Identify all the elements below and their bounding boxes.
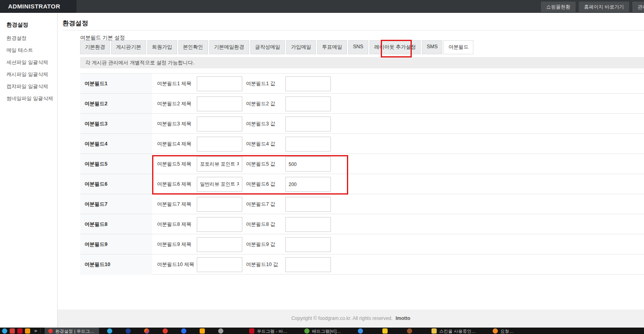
taskbar-item[interactable]: 푸드그램 - 바… [249, 328, 287, 334]
spare-field-value-label: 여분필드8 값 [246, 214, 275, 234]
spare-field-value-input[interactable] [285, 217, 331, 232]
taskbar-item[interactable] [407, 328, 415, 334]
yellow-square-icon [382, 328, 388, 334]
spare-field-value-input[interactable] [285, 96, 331, 111]
admin-brand: ADMINISTRATOR [0, 0, 76, 13]
tab-layout-extra-settings[interactable]: 레이아웃 추가설정 [369, 40, 421, 54]
taskbar-item[interactable]: 배드그램[비]… [304, 328, 341, 334]
settings-tabs: 기본환경 게시판기본 회원가입 본인확인 기본메일환경 글작성메일 가입메일 투… [80, 40, 475, 54]
tab-board-basic[interactable]: 게시판기본 [111, 40, 146, 54]
spare-field-value-label: 여분필드9 값 [246, 234, 275, 254]
tab-post-write-mail[interactable]: 글작성메일 [250, 40, 285, 54]
spare-field-title-input[interactable] [197, 117, 242, 131]
flash-red-icon[interactable] [17, 328, 23, 334]
topbar: ADMINISTRATOR 쇼핑몰현황 홈페이지 바로가기 관리자 [0, 0, 644, 13]
red-dot-icon [48, 329, 53, 333]
spare-field-name: 여분필드7 [80, 194, 152, 214]
spare-field-row: 여분필드6 여분필드6 제목 여분필드6 값 [80, 174, 644, 194]
tab-basic-mail-env[interactable]: 기본메일환경 [209, 40, 249, 54]
tab-spare-field[interactable]: 여분필드 [444, 40, 473, 54]
spare-field-title-input[interactable] [197, 96, 242, 111]
tab-sns[interactable]: SNS [348, 40, 368, 54]
shopping-mall-status-button[interactable]: 쇼핑몰현황 [541, 2, 576, 12]
spare-field-table: 여분필드1 여분필드1 제목 여분필드1 값 여분필드2 여분필드2 제목 여분… [80, 73, 644, 275]
tab-join-mail[interactable]: 가입메일 [286, 40, 316, 54]
tab-sms[interactable]: SMS [422, 40, 442, 54]
taskbar-labeled-items: 푸드그램 - 바… 배드그램[비]… [249, 328, 514, 334]
chevron-overflow-icon[interactable]: » [34, 328, 37, 334]
orange-app-icon[interactable] [25, 328, 30, 334]
spare-field-title-label: 여분필드2 제목 [157, 94, 191, 114]
ie-icon[interactable] [2, 328, 7, 334]
spare-field-row: 여분필드2 여분필드2 제목 여분필드2 값 [80, 93, 644, 113]
tab-basic-env[interactable]: 기본환경 [80, 40, 110, 54]
spare-field-title-input[interactable] [197, 217, 242, 232]
spare-field-title-label: 여분필드7 제목 [157, 194, 191, 214]
spare-field-title-input[interactable] [197, 197, 242, 212]
page-title: 환경설정 [62, 13, 644, 28]
admin-button[interactable]: 관리자 [632, 2, 644, 12]
blue-circle-icon[interactable] [181, 328, 186, 334]
spare-field-title-input[interactable] [197, 237, 242, 252]
spare-field-value-input[interactable] [285, 237, 331, 252]
gray-sphere-icon[interactable] [218, 328, 223, 334]
spare-field-value-input[interactable] [285, 76, 331, 91]
orange-j-icon[interactable] [200, 328, 205, 334]
sidebar-item-thumbnail-file-delete[interactable]: 썸네일파일 일괄삭제 [6, 95, 57, 102]
spare-field-value-input[interactable] [285, 197, 331, 212]
colorful-app-icon[interactable] [144, 328, 149, 334]
sidebar-item-captcha-file-delete[interactable]: 캡챠파일 일괄삭제 [6, 83, 57, 90]
spare-field-title-label: 여분필드9 제목 [157, 234, 191, 254]
footer-brand: Imotto [396, 316, 411, 321]
opera-icon[interactable] [163, 328, 168, 334]
taskbar-item[interactable] [382, 328, 390, 334]
spare-field-title-label: 여분필드3 제목 [157, 114, 191, 134]
spare-field-name: 여분필드5 [80, 154, 152, 174]
spare-field-title-input[interactable] [197, 76, 242, 91]
taskbar-app-icons [107, 328, 223, 334]
page-header: 환경설정 [62, 13, 644, 31]
spare-field-row: 여분필드9 여분필드9 제목 여분필드9 값 [80, 234, 644, 254]
taskbar-item[interactable] [358, 328, 365, 334]
sidebar-item-session-file-delete[interactable]: 세션파일 일괄삭제 [6, 59, 57, 66]
brown-oval-icon [407, 328, 412, 334]
spare-field-name: 여분필드9 [80, 234, 152, 254]
spare-field-value-input[interactable] [285, 157, 331, 172]
spare-field-title-input[interactable] [197, 257, 242, 272]
homepage-shortcut-button[interactable]: 홈페이지 바로가기 [579, 2, 629, 12]
spare-field-title-input[interactable] [197, 137, 242, 152]
taskbar-active-window-button[interactable]: 환경설정 | 푸드그… [45, 328, 99, 334]
spare-field-title-input[interactable] [197, 157, 242, 172]
spare-field-row: 여분필드10 여분필드10 제목 여분필드10 값 [80, 254, 644, 274]
spare-field-row: 여분필드5 여분필드5 제목 여분필드5 값 [80, 154, 644, 174]
main-content: 환경설정 여분필드 기본 설정 기본환경 게시판기본 회원가입 본인확인 기본메… [58, 13, 644, 309]
dark-globe-icon[interactable] [126, 328, 131, 334]
spare-field-name: 여분필드8 [80, 214, 152, 234]
ie-icon[interactable] [107, 328, 112, 334]
spare-field-row: 여분필드4 여분필드4 제목 여분필드4 값 [80, 133, 644, 154]
sidebar-item-mail-test[interactable]: 메일 테스트 [6, 47, 57, 54]
spare-field-value-input[interactable] [285, 117, 331, 131]
tab-vote-mail[interactable]: 투표메일 [317, 40, 347, 54]
spare-field-value-label: 여분필드10 값 [246, 254, 278, 275]
orange-dot-icon [493, 328, 498, 334]
spare-field-value-input[interactable] [285, 177, 331, 192]
spare-field-title-input[interactable] [197, 177, 242, 192]
spare-field-value-input[interactable] [285, 137, 331, 152]
footer: Copyright © foodgram.co.kr. All rights r… [58, 309, 644, 328]
tab-member-join[interactable]: 회원가입 [147, 40, 177, 54]
tab-identity-verify[interactable]: 본인확인 [178, 40, 208, 54]
spare-field-value-input[interactable] [285, 257, 331, 272]
topbar-buttons: 쇼핑몰현황 홈페이지 바로가기 관리자 [541, 2, 644, 12]
notice-bar: 각 게시판 관리에서 개별적으로 설정 가능합니다. [80, 57, 644, 68]
taskbar-item[interactable]: 요청… [493, 328, 514, 334]
windows-taskbar: » 환경설정 | 푸드그… 푸드그램 - 바… [0, 328, 644, 334]
red-app-icon[interactable] [10, 328, 15, 334]
sidebar-menu: 환경설정 메일 테스트 세션파일 일괄삭제 캐시파일 일괄삭제 캡챠파일 일괄삭… [0, 35, 57, 102]
spare-field-value-label: 여분필드5 값 [246, 154, 275, 174]
sidebar-item-env-settings[interactable]: 환경설정 [6, 35, 57, 42]
sidebar-item-cache-file-delete[interactable]: 캐시파일 일괄삭제 [6, 71, 57, 78]
spare-field-name: 여분필드1 [80, 74, 152, 94]
taskbar-item[interactable]: 스킨을 사용중인… [431, 328, 476, 334]
taskbar-tray-left [0, 328, 30, 334]
